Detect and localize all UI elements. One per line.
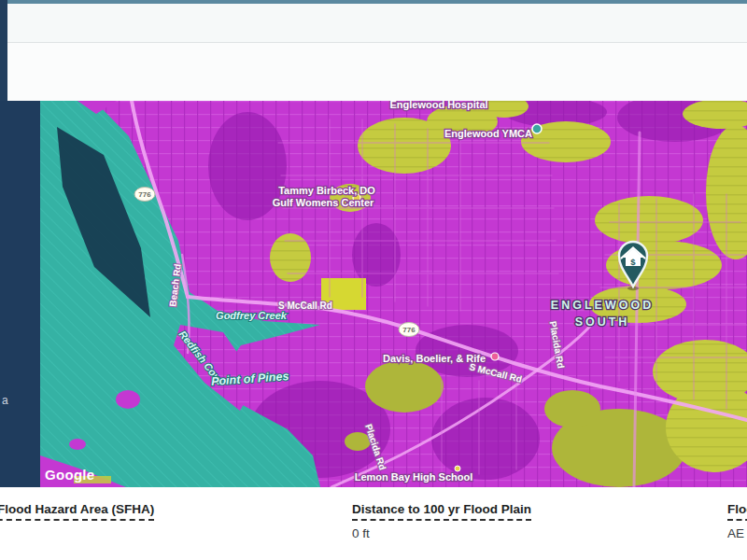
svg-text:776: 776: [138, 190, 151, 199]
label-womens-center-2: Gulf Womens Center: [273, 197, 374, 208]
map-canvas: 776 776 Englewood Hospital Englewood YMC…: [40, 101, 747, 487]
stat-distance: Distance to 100 yr Flood Plain 0 ft: [352, 500, 531, 540]
map-side-panel: a: [0, 101, 40, 487]
stat-flood-zone: Flood Zone AE: [727, 500, 747, 540]
side-panel-text: a: [2, 394, 8, 407]
label-lemon-bay-high-school: Lemon Bay High School: [355, 471, 473, 483]
davis-marker-icon[interactable]: [491, 353, 499, 360]
label-englewood-south-1: ENGLEWOOD: [551, 299, 654, 312]
google-logo[interactable]: Google: [45, 467, 94, 483]
stat-sfha-label[interactable]: Special Flood Hazard Area (SFHA): [0, 502, 154, 521]
route-badge-776-central: 776: [399, 323, 419, 337]
stat-flood-zone-value: AE: [727, 526, 747, 540]
title-section: Flood Determination: [0, 43, 747, 101]
header-band: [0, 4, 747, 43]
stats-footer: Special Flood Hazard Area (SFHA) Distanc…: [0, 487, 747, 560]
stat-distance-value: 0 ft: [352, 526, 531, 540]
label-englewood-south-2: SOUTH: [575, 315, 630, 329]
dollar-symbol: $: [630, 257, 636, 267]
stat-sfha: Special Flood Hazard Area (SFHA): [0, 500, 154, 521]
label-womens-center-1: Tammy Birbeck, DO: [278, 185, 375, 196]
stat-distance-label[interactable]: Distance to 100 yr Flood Plain: [352, 502, 531, 521]
label-englewood-ymca: Englewood YMCA: [444, 128, 532, 139]
label-englewood-hospital: Englewood Hospital: [389, 101, 487, 110]
svg-text:776: 776: [402, 326, 416, 334]
route-badge-776-west: 776: [134, 188, 155, 202]
left-edge-strip: [0, 0, 7, 101]
ymca-marker-icon[interactable]: [532, 124, 542, 133]
stat-flood-zone-label[interactable]: Flood Zone: [727, 502, 747, 521]
label-godfrey-creek: Godfrey Creek: [216, 310, 288, 321]
flood-map[interactable]: a: [0, 101, 747, 487]
